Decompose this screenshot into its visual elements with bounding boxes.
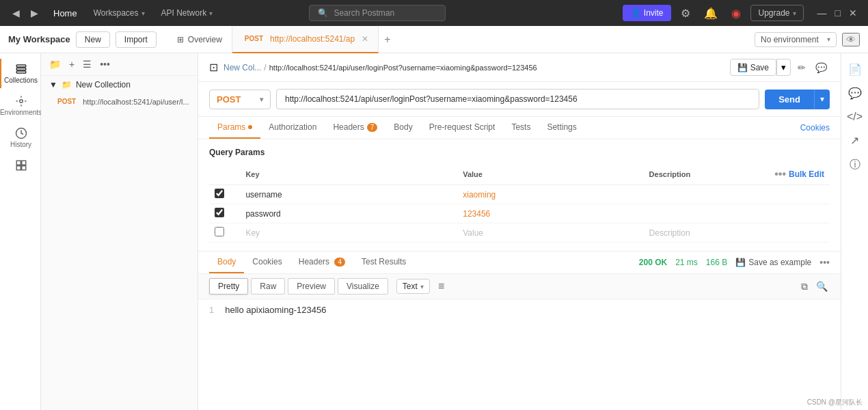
save-button[interactable]: 💾 Save — [730, 59, 776, 76]
home-link[interactable]: Home — [48, 8, 83, 18]
svg-rect-8 — [21, 166, 25, 170]
line-number-1: 1 — [209, 305, 214, 315]
close-button[interactable]: ✕ — [846, 8, 860, 18]
search-bar[interactable]: 🔍 Search Postman — [309, 5, 446, 21]
param-row-password: password 123456 — [209, 204, 830, 223]
info-btn[interactable]: ⓘ — [845, 154, 865, 176]
send-button[interactable]: Send — [765, 90, 814, 109]
tab-pre-request[interactable]: Pre-request Script — [421, 117, 504, 139]
tab-overview[interactable]: ⊞ Overview — [167, 26, 232, 53]
code-snippet-btn[interactable]: </> — [843, 107, 867, 127]
tab-headers[interactable]: Headers 7 — [325, 117, 385, 139]
text-selector[interactable]: Text ▾ — [396, 279, 430, 294]
method-select[interactable]: POST ▾ — [209, 90, 271, 109]
request-method-badge: POST — [55, 97, 79, 106]
visualize-btn[interactable]: Visualize — [338, 278, 388, 295]
param-value-username: xiaoming — [457, 185, 643, 204]
import-button[interactable]: Import — [116, 31, 157, 48]
workspaces-menu[interactable]: Workspaces ▾ — [88, 8, 150, 18]
cookies-link[interactable]: Cookies — [800, 123, 830, 133]
panel-filter-btn[interactable]: ☰ — [80, 57, 94, 71]
raw-btn[interactable]: Raw — [251, 278, 285, 295]
bulk-dots[interactable]: ••• — [774, 168, 786, 180]
save-example-btn[interactable]: 💾 Save as example — [735, 258, 811, 267]
param-value-password: 123456 — [457, 204, 643, 223]
pretty-btn[interactable]: Pretty — [209, 278, 248, 295]
tab-settings[interactable]: Settings — [539, 117, 584, 139]
sidebar-item-history[interactable]: History — [0, 123, 40, 152]
param-checkbox-password[interactable] — [215, 208, 224, 217]
minimize-button[interactable]: — — [815, 8, 830, 18]
text-selector-chevron: ▾ — [420, 283, 424, 290]
comments-btn[interactable]: 💬 — [844, 83, 866, 104]
code-body: 1 hello apixiaoming-123456 — [198, 299, 841, 410]
related-btn[interactable]: ↗ — [846, 130, 863, 151]
word-wrap-btn[interactable]: ≡ — [438, 280, 444, 292]
resp-more-btn[interactable]: ••• — [819, 257, 830, 268]
panel-header: 📁 + ☰ ••• — [41, 53, 198, 76]
save-dropdown-button[interactable]: ▾ — [776, 59, 791, 76]
api-network-menu[interactable]: API Network ▾ — [156, 8, 219, 18]
tab-authorization[interactable]: Authorization — [260, 117, 325, 139]
sidebar-item-collections[interactable]: Collections — [0, 59, 40, 88]
forward-button[interactable]: ▶ — [27, 6, 42, 20]
collections-icon — [15, 63, 27, 75]
svg-rect-6 — [21, 161, 25, 165]
upgrade-chevron: ▾ — [793, 10, 796, 17]
copy-btn[interactable]: ⧉ — [799, 279, 810, 295]
url-input[interactable] — [276, 89, 759, 109]
environment-selector[interactable]: No environment ▾ — [755, 32, 837, 47]
tab-body[interactable]: Body — [385, 117, 420, 139]
tab-request[interactable]: POST http://localhost:5241/ap ✕ — [232, 26, 379, 53]
breadcrumb-collection-link[interactable]: New Col... — [223, 63, 261, 72]
params-active-dot — [248, 125, 252, 129]
sidebar-item-environments[interactable]: Environments — [0, 91, 40, 120]
tab-tests[interactable]: Tests — [503, 117, 539, 139]
new-tab-button[interactable]: + — [379, 33, 396, 46]
panel-more-btn[interactable]: ••• — [97, 57, 113, 71]
main-layout: Collections Environments History 📁 + ☰ •… — [0, 53, 868, 410]
resp-headers-count: 4 — [334, 258, 345, 266]
resp-tab-test-results[interactable]: Test Results — [353, 251, 414, 273]
param-desc-username — [644, 185, 830, 204]
notifications-button[interactable]: 🔔 — [700, 5, 722, 21]
collection-group[interactable]: ▼ 📁 New Collection — [41, 76, 198, 94]
maximize-button[interactable]: □ — [832, 8, 843, 18]
param-checkbox-empty[interactable] — [215, 227, 224, 236]
settings-button[interactable]: ⚙ — [677, 5, 694, 21]
tab-close-icon[interactable]: ✕ — [362, 34, 368, 44]
bulk-edit-btn[interactable]: Bulk Edit — [789, 169, 824, 179]
method-label: POST — [217, 94, 241, 105]
svg-rect-1 — [16, 68, 26, 70]
runner-button[interactable]: ◉ — [727, 5, 745, 21]
param-value-empty[interactable]: Value — [457, 223, 643, 243]
new-button[interactable]: New — [76, 31, 110, 48]
comment-icon-btn[interactable]: 💬 — [813, 59, 830, 76]
param-desc-empty[interactable]: Description — [644, 223, 830, 243]
param-checkbox-username[interactable] — [215, 189, 224, 198]
send-dropdown-button[interactable]: ▾ — [814, 90, 830, 109]
resp-tab-body[interactable]: Body — [209, 251, 244, 273]
resp-toolbar: Pretty Raw Preview Visualize Text ▾ ≡ ⧉ … — [198, 274, 841, 299]
panel-add-btn[interactable]: + — [66, 57, 77, 71]
param-key-empty[interactable]: Key — [240, 223, 457, 243]
request-list-item[interactable]: POST http://localhost:5241/api/user/l... — [41, 94, 198, 109]
search-response-btn[interactable]: 🔍 — [814, 279, 830, 294]
svg-point-3 — [19, 100, 23, 103]
invite-button[interactable]: 👤 Invite — [623, 5, 672, 21]
breadcrumb-current: http://localhost:5241/api/user/loginPost… — [269, 64, 537, 72]
overview-icon: ⊞ — [177, 35, 184, 44]
resp-status: 200 OK — [639, 258, 667, 267]
history-icon — [15, 127, 27, 139]
edit-icon-btn[interactable]: ✏ — [795, 59, 809, 76]
preview-btn[interactable]: Preview — [288, 278, 335, 295]
back-button[interactable]: ◀ — [8, 6, 24, 20]
sidebar-item-other[interactable] — [0, 155, 40, 176]
resp-tab-cookies[interactable]: Cookies — [244, 251, 290, 273]
resp-tab-headers[interactable]: Headers 4 — [290, 251, 353, 273]
tab-params[interactable]: Params — [209, 117, 260, 139]
upgrade-button[interactable]: Upgrade ▾ — [750, 5, 803, 21]
env-eye-button[interactable]: 👁 — [842, 33, 860, 46]
docs-btn[interactable]: 📄 — [844, 59, 866, 80]
panel-icon-btn[interactable]: 📁 — [46, 57, 64, 71]
